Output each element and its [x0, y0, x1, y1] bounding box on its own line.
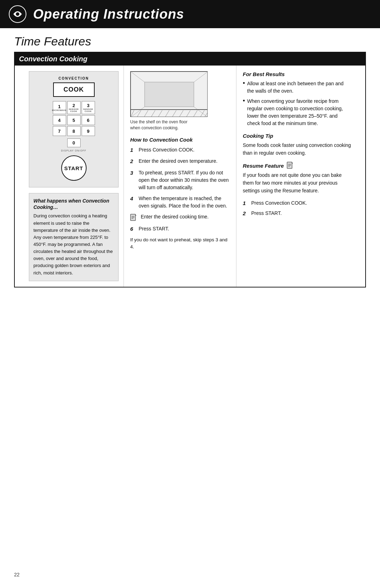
- right-column: For Best Results • Allow at least one in…: [236, 66, 351, 287]
- resume-feature-text: If your foods are not quite done you can…: [243, 172, 351, 194]
- what-happens-box: What happens when Convection Cooking… Du…: [29, 193, 119, 281]
- resume-step-2-text: Press START.: [251, 210, 282, 218]
- key-8: 8: [67, 126, 81, 136]
- resume-step-1-text: Press Convection COOK.: [251, 199, 307, 208]
- step-5: Enter the desired cooking time.: [130, 213, 230, 222]
- key-5: 5: [67, 115, 81, 125]
- step-6: 6 Press START.: [130, 225, 230, 233]
- step-4: 4 When the temperature is reached, the o…: [130, 195, 230, 210]
- step-4-text: When the temperature is reached, the ove…: [139, 195, 230, 210]
- oven-illustration: [130, 71, 208, 117]
- cooking-tip-text: Some foods cook faster using convection …: [243, 142, 351, 157]
- middle-column: Use the shelf on the oven floorwhen conv…: [124, 66, 236, 287]
- step-2: 2 Enter the desired oven temperature.: [130, 157, 230, 166]
- for-best-results-title: For Best Results: [243, 71, 351, 77]
- header-logo-icon: [8, 5, 27, 23]
- section-bar: Convection Cooking: [14, 52, 366, 66]
- cook-button-display: COOK: [53, 82, 95, 97]
- steps-list: 1 Press Convection COOK. 2 Enter the des…: [130, 146, 230, 233]
- step-5-text: Enter the desired cooking time.: [141, 213, 209, 222]
- resume-feature-icon: [287, 162, 294, 169]
- step-3: 3 To preheat, press START. If you do not…: [130, 169, 230, 191]
- left-column: CONVECTION COOK 1MICROWAVE 2SENSOR COOK …: [29, 66, 124, 287]
- best-results-text-1: Allow at least one inch between the pan …: [247, 80, 351, 95]
- cooking-tip-title: Cooking Tip: [243, 133, 351, 139]
- step-1-text: Press Convection COOK.: [139, 146, 195, 154]
- step-3-text: To preheat, press START. If you do not o…: [139, 169, 230, 191]
- step-6-text: Press START.: [139, 225, 169, 233]
- display-label: DISPLAY ON/OFF: [61, 149, 86, 152]
- header-bar: Operating Instructions: [0, 0, 380, 28]
- best-results-item-2: • When converting your favorite recipe f…: [243, 98, 351, 127]
- oven-caption: Use the shelf on the oven floorwhen conv…: [130, 119, 230, 131]
- what-happens-title: What happens when Convection Cooking…: [33, 198, 114, 210]
- svg-rect-7: [145, 82, 194, 107]
- resume-step-2: 2 Press START.: [243, 210, 351, 218]
- resume-feature-header: Resume Feature: [243, 162, 351, 169]
- how-to-title: How to Convection Cook: [130, 137, 230, 143]
- svg-point-1: [16, 12, 19, 16]
- best-results-item-1: • Allow at least one inch between the pa…: [243, 80, 351, 95]
- start-button-display: START: [61, 155, 87, 181]
- key-0: 0: [67, 138, 81, 147]
- step-1: 1 Press Convection COOK.: [130, 146, 230, 154]
- key-3: 3SENSOR COOK: [82, 101, 95, 114]
- key-2: 2SENSOR COOK: [67, 101, 81, 114]
- best-results-text-2: When converting your favorite recipe fro…: [247, 98, 351, 127]
- what-happens-text: During convection cooking a heating elem…: [33, 212, 114, 276]
- section-title: Convection Cooking: [19, 55, 87, 63]
- key-1: 1MICROWAVE: [53, 101, 66, 114]
- svg-marker-30: [292, 162, 293, 163]
- key-4: 4: [53, 115, 66, 125]
- header-title: Operating Instructions: [33, 7, 184, 22]
- num-grid: 1MICROWAVE 2SENSOR COOK 3SENSOR COOK 4 5…: [53, 101, 95, 136]
- step-2-text: Enter the desired oven temperature.: [139, 157, 217, 166]
- convection-label: CONVECTION: [58, 76, 89, 80]
- key-9: 9: [82, 126, 95, 136]
- page-title: Time Features: [0, 28, 380, 52]
- page-number: 22: [14, 572, 20, 577]
- best-results-list: • Allow at least one inch between the pa…: [243, 80, 351, 127]
- skip-note: If you do not want to preheat, skip step…: [130, 236, 230, 251]
- key-6: 6: [82, 115, 95, 125]
- zero-row: 0: [67, 138, 81, 147]
- keypad-illustration: CONVECTION COOK 1MICROWAVE 2SENSOR COOK …: [29, 71, 119, 187]
- resume-step-1: 1 Press Convection COOK.: [243, 199, 351, 208]
- resume-steps-list: 1 Press Convection COOK. 2 Press START.: [243, 199, 351, 217]
- key-7: 7: [53, 126, 66, 136]
- content-area: CONVECTION COOK 1MICROWAVE 2SENSOR COOK …: [14, 66, 366, 287]
- step-5-icon: [130, 214, 137, 222]
- resume-feature-title: Resume Feature: [243, 163, 284, 169]
